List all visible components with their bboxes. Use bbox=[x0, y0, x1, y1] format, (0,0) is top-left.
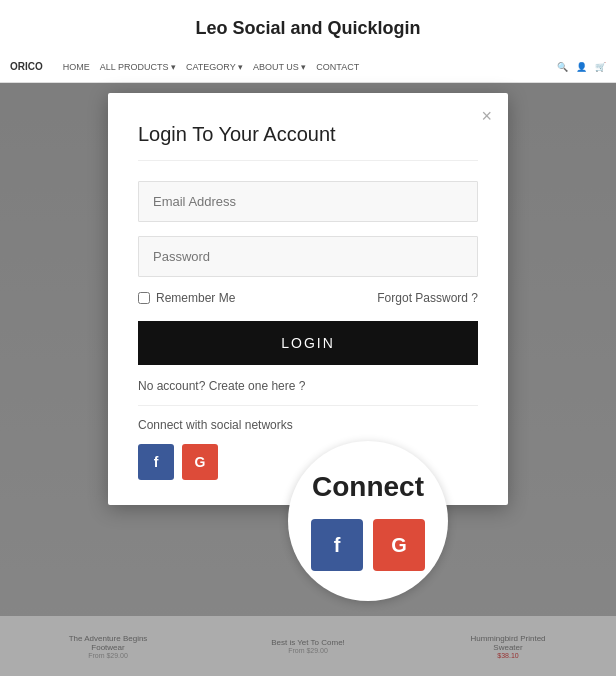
google-login-button[interactable]: G bbox=[182, 444, 218, 480]
email-field-group bbox=[138, 181, 478, 222]
modal-title: Login To Your Account bbox=[138, 123, 478, 161]
user-icon: 👤 bbox=[576, 62, 587, 72]
form-options-row: Remember Me Forgot Password ? bbox=[138, 291, 478, 305]
remember-me-text: Remember Me bbox=[156, 291, 235, 305]
no-account-text: No account? Create one here ? bbox=[138, 379, 478, 406]
connect-section: Connect with social networks bbox=[138, 418, 478, 432]
modal-overlay: × Login To Your Account Remember Me Forg… bbox=[0, 83, 616, 676]
magnify-google-button[interactable]: G bbox=[373, 519, 425, 571]
magnify-label: Connect bbox=[312, 471, 424, 503]
modal-close-button[interactable]: × bbox=[481, 107, 492, 125]
login-modal: × Login To Your Account Remember Me Forg… bbox=[108, 93, 508, 505]
nav-category: CATEGORY ▾ bbox=[186, 62, 243, 72]
magnify-facebook-button[interactable]: f bbox=[311, 519, 363, 571]
nav-contact: CONTACT bbox=[316, 62, 359, 72]
magnify-social-buttons: f G bbox=[311, 519, 425, 571]
forgot-password-link[interactable]: Forgot Password ? bbox=[377, 291, 478, 305]
search-icon: 🔍 bbox=[557, 62, 568, 72]
nav-products: ALL PRODUCTS ▾ bbox=[100, 62, 176, 72]
bg-content: The Adventure Begins Footwear From $29.0… bbox=[0, 83, 616, 676]
remember-me-checkbox[interactable] bbox=[138, 292, 150, 304]
email-input[interactable] bbox=[138, 181, 478, 222]
fake-navbar: ORICO HOME ALL PRODUCTS ▾ CATEGORY ▾ ABO… bbox=[0, 51, 616, 83]
nav-home: HOME bbox=[63, 62, 90, 72]
nav-links: HOME ALL PRODUCTS ▾ CATEGORY ▾ ABOUT US … bbox=[63, 62, 545, 72]
nav-icons: 🔍 👤 🛒 bbox=[557, 62, 606, 72]
password-input[interactable] bbox=[138, 236, 478, 277]
facebook-login-button[interactable]: f bbox=[138, 444, 174, 480]
connect-text: Connect with social networks bbox=[138, 418, 293, 432]
background-area: ORICO HOME ALL PRODUCTS ▾ CATEGORY ▾ ABO… bbox=[0, 51, 616, 676]
login-button[interactable]: LOGIN bbox=[138, 321, 478, 365]
password-field-group bbox=[138, 236, 478, 277]
brand-logo: ORICO bbox=[10, 61, 43, 72]
cart-icon: 🛒 bbox=[595, 62, 606, 72]
magnify-overlay: Connect f G bbox=[288, 441, 448, 601]
nav-about: ABOUT US ▾ bbox=[253, 62, 306, 72]
page-title: Leo Social and Quicklogin bbox=[0, 0, 616, 51]
remember-me-label[interactable]: Remember Me bbox=[138, 291, 235, 305]
